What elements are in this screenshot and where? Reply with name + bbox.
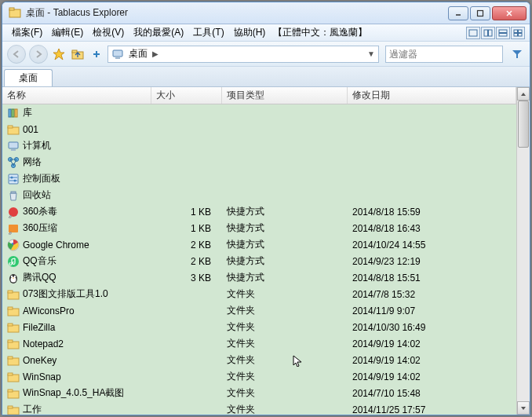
folder-icon: [7, 387, 20, 400]
close-button[interactable]: [492, 6, 527, 20]
cell-date: 2014/8/18 15:59: [348, 207, 516, 218]
svg-rect-64: [8, 390, 13, 392]
file-row[interactable]: 360杀毒1 KB快捷方式2014/8/18 15:59: [2, 203, 516, 220]
cell-type: 快捷方式: [222, 254, 348, 268]
menu-tools[interactable]: 工具(T): [188, 24, 228, 41]
svg-rect-20: [113, 50, 122, 57]
file-row[interactable]: 360压缩1 KB快捷方式2014/8/18 16:43: [2, 220, 516, 236]
cell-type: 快捷方式: [222, 221, 348, 235]
file-row[interactable]: 控制面板: [2, 170, 516, 187]
column-size[interactable]: 大小: [151, 87, 222, 104]
svg-rect-3: [478, 10, 483, 16]
svg-point-49: [14, 275, 16, 276]
svg-rect-24: [15, 109, 17, 117]
file-row[interactable]: 回收站: [2, 187, 516, 203]
file-name: FileZilla: [23, 322, 55, 333]
menu-favorites[interactable]: 我的最愛(A): [129, 24, 188, 41]
file-name: 网络: [23, 155, 42, 169]
menu-edit[interactable]: 編輯(E): [47, 24, 88, 41]
maximize-button[interactable]: [470, 6, 490, 20]
forward-button[interactable]: [29, 45, 48, 64]
file-row[interactable]: WinSnap文件夹2014/9/19 14:02: [2, 368, 516, 385]
file-row[interactable]: OneKey文件夹2014/9/19 14:02: [2, 352, 516, 368]
cell-size: 3 KB: [151, 273, 222, 283]
file-row[interactable]: 工作文件夹2014/11/25 17:57: [2, 401, 516, 415]
tab-desktop[interactable]: 桌面: [4, 69, 53, 86]
svg-marker-15: [53, 49, 64, 60]
file-name: 工作: [23, 403, 42, 415]
file-name: OneKey: [23, 355, 56, 366]
back-button[interactable]: [7, 45, 26, 64]
layout-vsplit-button[interactable]: [481, 27, 495, 39]
file-row[interactable]: 腾讯QQ3 KB快捷方式2014/8/18 15:51: [2, 269, 516, 286]
favorites-icon[interactable]: [51, 46, 67, 62]
file-list-area: 名称 大小 项目类型 修改日期 库001计算机网络控制面板回收站360杀毒1 K…: [2, 87, 530, 415]
file-row[interactable]: 073图文排版工具1.0文件夹2014/7/8 15:32: [2, 286, 516, 302]
filter-input[interactable]: [389, 49, 499, 60]
menu-help[interactable]: 協助(H): [229, 24, 271, 41]
column-date[interactable]: 修改日期: [348, 87, 516, 104]
cell-name: 回收站: [2, 188, 151, 202]
file-row[interactable]: 库: [2, 104, 516, 121]
titlebar[interactable]: 桌面 - Tablacus Explorer: [2, 2, 530, 24]
cell-date: 2014/9/19 14:02: [348, 355, 516, 366]
file-row[interactable]: Google Chrome2 KB快捷方式2014/10/24 14:55: [2, 236, 516, 253]
folder-icon: [7, 354, 20, 367]
layout-single-button[interactable]: [466, 27, 480, 39]
column-type[interactable]: 项目类型: [222, 87, 348, 104]
file-row[interactable]: 001: [2, 121, 516, 137]
breadcrumb-location[interactable]: 桌面: [127, 47, 149, 60]
cell-date: 2014/8/18 16:43: [348, 223, 516, 234]
cell-type: 文件夹: [222, 320, 348, 334]
svg-point-50: [13, 277, 14, 278]
minimize-button[interactable]: [448, 6, 468, 20]
cell-name: Google Chrome: [2, 239, 151, 251]
cell-size: 2 KB: [151, 256, 222, 267]
cell-name: WinSnap_4.0.5_HA截图: [2, 386, 151, 400]
breadcrumb[interactable]: 桌面 ▶ ▼: [107, 46, 379, 63]
menu-translator-credit: 【正體中文：風逸蘭】: [273, 26, 367, 39]
cell-name: 360压缩: [2, 221, 151, 235]
cell-date: 2014/9/23 12:19: [348, 256, 516, 267]
menu-view[interactable]: 檢視(V): [88, 24, 129, 41]
vertical-scrollbar[interactable]: [516, 87, 530, 415]
cell-size: 1 KB: [151, 223, 222, 234]
menubar: 檔案(F) 編輯(E) 檢視(V) 我的最愛(A) 工具(T) 協助(H) 【正…: [2, 24, 530, 42]
cell-name: QQ音乐: [2, 254, 151, 268]
scroll-down-button[interactable]: [517, 401, 530, 415]
file-row[interactable]: AWiconsPro文件夹2014/11/9 9:07: [2, 302, 516, 319]
layout-hsplit-button[interactable]: [496, 27, 510, 39]
file-row[interactable]: WinSnap_4.0.5_HA截图文件夹2014/7/10 15:48: [2, 385, 516, 401]
filter-box[interactable]: [385, 46, 503, 63]
file-row[interactable]: 网络: [2, 154, 516, 170]
column-headers: 名称 大小 项目类型 修改日期: [2, 87, 516, 104]
file-row[interactable]: Notepad2文件夹2014/9/19 14:02: [2, 335, 516, 352]
svg-rect-10: [499, 33, 507, 36]
svg-rect-12: [519, 30, 523, 33]
scroll-track[interactable]: [517, 101, 530, 401]
cell-name: 工作: [2, 403, 151, 415]
svg-rect-42: [9, 225, 18, 232]
file-name: 001: [23, 124, 38, 135]
column-name[interactable]: 名称: [2, 87, 151, 104]
svg-rect-56: [8, 324, 13, 326]
shortcut-red-icon: [7, 206, 20, 218]
file-row[interactable]: QQ音乐2 KB快捷方式2014/9/23 12:19: [2, 253, 516, 269]
chevron-down-icon[interactable]: ▼: [367, 49, 375, 58]
svg-rect-11: [514, 30, 518, 33]
chevron-right-icon[interactable]: ▶: [152, 49, 159, 58]
folder-icon: [7, 338, 20, 350]
add-icon[interactable]: [89, 46, 104, 62]
cell-name: 腾讯QQ: [2, 271, 151, 284]
filter-icon[interactable]: [509, 46, 525, 62]
cell-size: 1 KB: [151, 207, 222, 218]
file-row[interactable]: 计算机: [2, 137, 516, 154]
svg-rect-27: [9, 142, 18, 148]
layout-quad-button[interactable]: [511, 27, 525, 39]
svg-rect-8: [489, 30, 493, 36]
up-folder-icon[interactable]: [70, 46, 86, 62]
file-row[interactable]: FileZilla文件夹2014/10/30 16:49: [2, 319, 516, 335]
scroll-thumb[interactable]: [518, 101, 529, 148]
scroll-up-button[interactable]: [517, 87, 530, 101]
menu-file[interactable]: 檔案(F): [7, 24, 47, 41]
